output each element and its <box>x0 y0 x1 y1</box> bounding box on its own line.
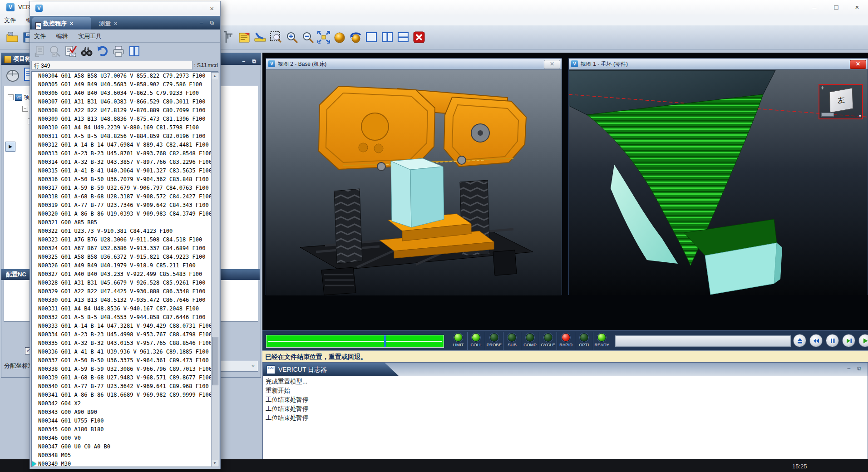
nav-cube-slider[interactable] <box>821 113 834 117</box>
close-red-icon[interactable] <box>411 30 427 45</box>
status-led-opti[interactable]: OPTI <box>575 332 593 350</box>
zoom-in-icon[interactable] <box>284 30 300 45</box>
nc-code-line[interactable]: N00310 G01 A4 B4 U49.2239 V-880.169 C81.… <box>32 123 218 132</box>
open-project-icon[interactable]: VC <box>5 30 20 45</box>
tab-close-icon[interactable]: × <box>67 20 73 27</box>
mouse-mode-icon[interactable] <box>5 68 20 82</box>
status-led-probe[interactable]: PROBE <box>485 332 503 350</box>
nc-scrollbar[interactable]: ▲ ▼ <box>211 72 219 467</box>
rewind-button[interactable] <box>809 334 823 347</box>
nav-cube-dropdown-icon[interactable]: ▾ <box>859 113 861 118</box>
nc-code-line[interactable]: N00304 G01 A58 B58 U37.0076 V-855.822 C7… <box>32 72 218 80</box>
status-led-rapid[interactable]: RAPID <box>557 332 575 350</box>
nc-verify-icon[interactable]: NC <box>64 45 77 58</box>
tree-collapse-icon[interactable]: − <box>8 94 14 100</box>
nc-code-line[interactable]: N00331 G01 A4 B4 U48.8536 V-940.167 C87.… <box>32 305 218 313</box>
nc-menu-file[interactable]: 文件 <box>30 30 50 40</box>
nc-code-line[interactable]: N00318 G01 A-68 B-68 U28.3187 V-908.572 … <box>32 192 218 201</box>
nc-code-line[interactable]: N00329 G01 A22 B22 U47.4425 V-930.888 C8… <box>32 287 218 296</box>
nc-code-line[interactable]: N00335 G01 A-32 B-32 U43.0153 V-957.765 … <box>32 339 218 348</box>
nc-code-line[interactable]: N00306 G01 A40 B40 U43.6034 V-862.5 C79.… <box>32 89 218 98</box>
nc-code-line[interactable]: N00309 G01 A13 B13 U48.8836 V-875.473 C8… <box>32 115 218 123</box>
nc-code-line[interactable]: N00314 G01 A-32 B-32 U43.3857 V-897.766 … <box>32 158 218 167</box>
nc-code-line[interactable]: N00311 G01 A-5 B-5 U48.8256 V-884.859 C8… <box>32 132 218 141</box>
nc-code-line[interactable]: N00345 G00 A180 B180 <box>32 425 218 434</box>
nc-code-line[interactable]: N00323 G01 A76 B76 U28.3006 V-911.508 C8… <box>32 236 218 244</box>
nc-code-line[interactable]: N00328 G01 A31 B31 U45.6679 V-926.528 C8… <box>32 279 218 287</box>
nc-code-line[interactable]: N00339 G01 A-68 B-68 U27.9483 V-968.571 … <box>32 374 218 382</box>
log-minimize-restore-icons[interactable]: – ⧉ <box>847 365 864 372</box>
scroll-up-icon[interactable]: ▲ <box>212 73 218 79</box>
view2-titlebar[interactable]: V 视图 2 - Base (机床) ✕ <box>266 59 562 69</box>
nc-code-line[interactable]: N00333 G01 A-14 B-14 U47.3281 V-949.429 … <box>32 322 218 330</box>
view1-close-button[interactable]: ✕ <box>850 60 866 69</box>
status-led-ready[interactable]: READY <box>593 332 611 350</box>
nc-code-line[interactable]: N00338 G01 A-59 B-59 U32.3086 V-966.796 … <box>32 365 218 374</box>
nc-code-line[interactable]: N00336 G01 A-41 B-41 U39.936 V-961.326 C… <box>32 348 218 356</box>
nav-cube-face[interactable]: 左 <box>829 88 853 113</box>
caliper-measure-icon[interactable] <box>221 30 236 45</box>
scroll-thumb[interactable] <box>212 337 218 385</box>
nc-code-line[interactable]: N00348 M05 <box>32 451 218 460</box>
section-icon[interactable] <box>252 30 268 45</box>
zoom-out-icon[interactable] <box>300 30 316 45</box>
playback-message-field[interactable] <box>615 335 791 347</box>
nc-menu-edit[interactable]: 编辑 <box>52 30 72 40</box>
binoculars-search-icon[interactable] <box>80 45 93 58</box>
tab-nc-program[interactable]: NC数控程序× <box>32 17 91 30</box>
nc-window-titlebar[interactable]: V × <box>30 1 220 16</box>
shade-view-icon[interactable] <box>332 30 347 45</box>
nc-code-line[interactable]: N00340 G01 A-77 B-77 U23.3642 V-969.641 … <box>32 382 218 391</box>
log-lines[interactable]: 完成重置模型...重新开始工位结束处暂停工位结束处暂停工位结束处暂停 <box>264 377 867 458</box>
tree-play-button[interactable]: ▶ <box>5 142 15 152</box>
nc-code-line[interactable]: N00313 G01 A-23 B-23 U45.8701 V-893.768 … <box>32 149 218 158</box>
nc-minimize-restore-icons[interactable]: – ⧉ <box>200 20 217 26</box>
status-led-limit[interactable]: LIMIT <box>449 332 467 350</box>
nc-code-line[interactable]: N00321 G00 A85 B85 <box>32 218 218 227</box>
nc-search-doc-icon[interactable]: NC <box>49 45 61 58</box>
rotate-view-icon[interactable] <box>348 30 363 45</box>
play-button[interactable] <box>858 334 868 347</box>
maximize-button[interactable]: □ <box>826 1 846 14</box>
simulation-progress-bar[interactable] <box>266 335 444 348</box>
nc-code-line[interactable]: N00347 G00 U0 C0 A0 B0 <box>32 442 218 451</box>
nc-code-line[interactable]: N00330 G01 A13 B13 U48.5132 V-935.472 C8… <box>32 296 218 305</box>
view2-close-button[interactable]: ✕ <box>544 60 560 69</box>
panel-minimize-restore-icons[interactable]: – ⧉ <box>242 55 259 67</box>
close-button[interactable]: × <box>847 1 867 14</box>
split-columns-icon[interactable] <box>128 45 141 58</box>
nc-code-line[interactable]: N00320 G01 A-86 B-86 U19.0393 V-909.983 … <box>32 210 218 218</box>
tab-measure[interactable]: 测量× <box>94 17 127 30</box>
menu-file[interactable]: 文件 <box>0 15 20 26</box>
nav-cube[interactable]: ✛ 左 ▾ <box>819 84 863 119</box>
nc-code-line[interactable]: N00344 G01 U755 F100 <box>32 417 218 425</box>
step-back-icon[interactable] <box>34 45 46 58</box>
nc-code-line[interactable]: N00326 G01 A49 B49 U40.1979 V-918.9 C85.… <box>32 261 218 270</box>
step-forward-button[interactable] <box>842 334 855 347</box>
tab-close-icon[interactable]: × <box>111 20 117 27</box>
nc-code-line[interactable]: N00317 G01 A-59 B-59 U32.679 V-906.797 C… <box>32 184 218 192</box>
view1-3d-canvas[interactable]: ✛ 左 ▾ <box>569 69 868 295</box>
single-view-icon[interactable] <box>364 30 379 45</box>
nc-code-line[interactable]: N00337 G01 A-50 B-50 U36.3375 V-964.361 … <box>32 356 218 365</box>
fit-view-icon[interactable] <box>316 30 331 45</box>
nc-code-line[interactable]: N00322 G01 U23.73 V-910.381 C84.4123 F10… <box>32 227 218 236</box>
nc-code-line[interactable]: N00312 G01 A-14 B-14 U47.6984 V-889.43 C… <box>32 141 218 149</box>
nc-code-line[interactable]: N00332 G01 A-5 B-5 U48.4553 V-944.858 C8… <box>32 313 218 322</box>
nc-code-line[interactable]: N00316 G01 A-50 B-50 U36.7079 V-904.362 … <box>32 175 218 184</box>
nc-code-line[interactable]: N00308 G01 A22 B22 U47.8129 V-870.889 C8… <box>32 106 218 115</box>
nc-code-line[interactable]: N00307 G01 A31 B31 U46.0383 V-866.529 C8… <box>32 98 218 106</box>
status-led-comp[interactable]: COMP <box>521 332 539 350</box>
nc-code-line[interactable]: N00341 G01 A-86 B-86 U18.6689 V-969.982 … <box>32 391 218 399</box>
nc-code-line[interactable]: N00305 G01 A49 B49 U40.5683 V-858.902 C7… <box>32 80 218 89</box>
annotation-icon[interactable] <box>237 30 252 45</box>
status-led-cycle[interactable]: CYCLE <box>539 332 557 350</box>
nc-code-line[interactable]: N00342 G04 X2 <box>32 399 218 408</box>
line-number-field[interactable]: 行 349 <box>31 61 192 70</box>
nc-code-lines[interactable]: N00304 G01 A58 B58 U37.0076 V-855.822 C7… <box>31 71 218 467</box>
nc-code-line[interactable]: N00325 G01 A58 B58 U36.6372 V-915.821 C8… <box>32 253 218 261</box>
nc-code-line[interactable]: N00343 G00 A90 B90 <box>32 408 218 417</box>
nc-code-line[interactable]: N00349 M30 <box>32 460 218 467</box>
status-led-coll[interactable]: COLL <box>467 332 485 350</box>
progress-marker[interactable] <box>384 335 386 347</box>
